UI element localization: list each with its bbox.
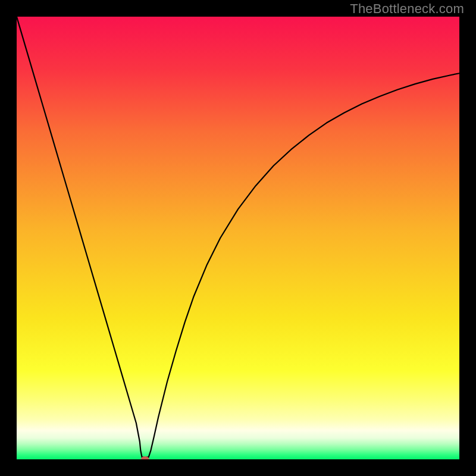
gradient-background [17, 17, 459, 459]
chart-frame: TheBottleneck.com [0, 0, 476, 476]
chart-canvas [17, 17, 459, 459]
watermark-text: TheBottleneck.com [350, 1, 464, 17]
plot-area [17, 17, 459, 459]
